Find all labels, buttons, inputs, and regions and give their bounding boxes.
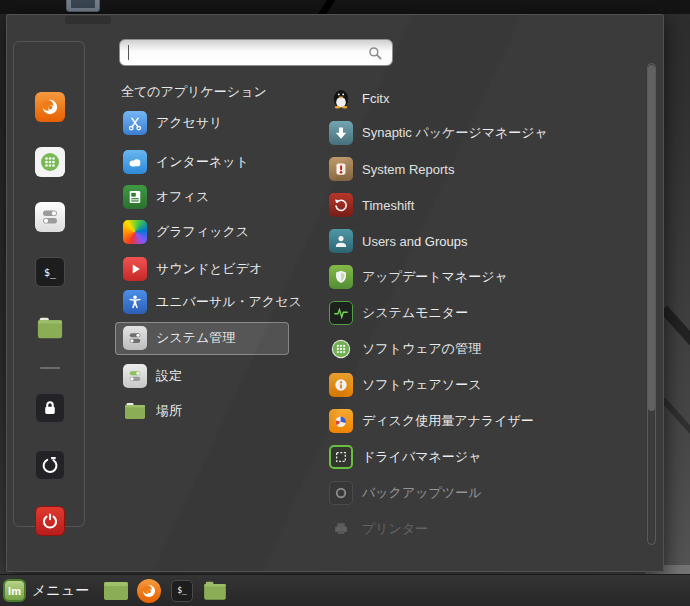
software-manager-icon bbox=[35, 147, 65, 177]
app-backup-tool[interactable]: バックアップツール bbox=[329, 479, 481, 507]
category-internet[interactable]: インターネット bbox=[123, 148, 249, 176]
desktop-computer-icon[interactable] bbox=[66, 0, 100, 12]
app-label: アップデートマネージャ bbox=[362, 268, 508, 286]
favorite-terminal-button[interactable]: $_ bbox=[30, 252, 70, 292]
lock-screen-button[interactable] bbox=[30, 388, 70, 428]
favorite-system-settings-button[interactable] bbox=[30, 197, 70, 237]
logout-icon bbox=[35, 450, 65, 480]
applications-scrollbar-thumb[interactable] bbox=[648, 65, 655, 411]
applications-menu: $_ 全てのアプリケーション bbox=[6, 14, 664, 572]
firefox-icon bbox=[35, 92, 65, 122]
app-label: ドライバマネージャ bbox=[362, 448, 481, 466]
category-label: ユニバーサル・アクセス bbox=[156, 293, 302, 311]
app-fcitx[interactable]: Fcitx bbox=[329, 84, 389, 112]
search-icon bbox=[366, 44, 384, 62]
app-software-manager[interactable]: ソフトウェアの管理 bbox=[329, 335, 481, 363]
terminal-icon: $_ bbox=[35, 257, 65, 287]
disk-usage-analyzer-icon bbox=[329, 409, 353, 433]
universal-access-icon bbox=[123, 290, 147, 314]
wallpaper-facet bbox=[661, 398, 690, 469]
category-label: 場所 bbox=[156, 402, 182, 420]
category-label: 設定 bbox=[156, 367, 182, 385]
internet-icon bbox=[123, 150, 147, 174]
app-label: Timeshift bbox=[362, 198, 414, 213]
preferences-icon bbox=[123, 364, 147, 388]
app-label: Users and Groups bbox=[362, 234, 468, 249]
shutdown-button[interactable] bbox=[30, 501, 70, 541]
text-cursor bbox=[128, 45, 129, 60]
update-manager-shield-icon bbox=[329, 265, 353, 289]
backup-tool-icon bbox=[329, 481, 353, 505]
show-desktop-button[interactable] bbox=[102, 577, 130, 605]
app-label: Synaptic パッケージマネージャ bbox=[362, 124, 548, 142]
app-label: システムモニター bbox=[362, 304, 468, 322]
terminal-icon: $_ bbox=[171, 580, 193, 602]
favorite-firefox-button[interactable] bbox=[30, 87, 70, 127]
category-office[interactable]: オフィス bbox=[123, 183, 209, 211]
app-users-and-groups[interactable]: Users and Groups bbox=[329, 227, 468, 255]
software-manager-icon bbox=[329, 337, 353, 361]
category-places[interactable]: 場所 bbox=[123, 397, 182, 425]
lock-icon bbox=[35, 393, 65, 423]
system-settings-icon bbox=[35, 202, 65, 232]
show-desktop-icon bbox=[103, 580, 129, 602]
fcitx-penguin-icon bbox=[329, 86, 353, 110]
app-label: バックアップツール bbox=[362, 484, 481, 502]
files-folder-icon bbox=[202, 580, 228, 602]
office-icon bbox=[123, 185, 147, 209]
panel-menu-label: メニュー bbox=[32, 582, 89, 600]
app-label: ディスク使用量アナライザー bbox=[362, 412, 534, 430]
app-label: ソフトウェアの管理 bbox=[362, 340, 481, 358]
app-system-monitor[interactable]: システムモニター bbox=[329, 299, 468, 327]
system-monitor-icon bbox=[329, 301, 353, 325]
panel-menu-button[interactable]: lm メニュー bbox=[0, 575, 97, 606]
app-system-reports[interactable]: System Reports bbox=[329, 155, 454, 183]
firefox-launcher[interactable] bbox=[135, 577, 163, 605]
app-printers[interactable]: プリンター bbox=[329, 515, 428, 543]
category-preferences[interactable]: 設定 bbox=[123, 362, 182, 390]
app-timeshift[interactable]: Timeshift bbox=[329, 191, 414, 219]
search-box[interactable] bbox=[119, 39, 393, 66]
software-sources-icon bbox=[329, 373, 353, 397]
desktop-icon-label-showthrough bbox=[65, 16, 111, 24]
category-graphics[interactable]: グラフィックス bbox=[123, 218, 249, 246]
terminal-launcher[interactable]: $_ bbox=[168, 577, 196, 605]
favorite-files-button[interactable] bbox=[30, 308, 70, 348]
wallpaper-facet bbox=[660, 306, 690, 365]
synaptic-package-manager-icon bbox=[329, 121, 353, 145]
users-and-groups-icon bbox=[329, 229, 353, 253]
app-label: Fcitx bbox=[362, 91, 389, 106]
files-launcher[interactable] bbox=[201, 577, 229, 605]
category-all-applications[interactable]: 全てのアプリケーション bbox=[121, 83, 267, 101]
category-accessories[interactable]: アクセサリ bbox=[123, 109, 223, 137]
category-administration[interactable]: システム管理 bbox=[123, 324, 235, 352]
applications-scrollbar-track[interactable] bbox=[647, 63, 656, 545]
app-software-sources[interactable]: ソフトウェアソース bbox=[329, 371, 481, 399]
bottom-panel: lm メニュー $_ bbox=[0, 574, 690, 606]
shutdown-icon bbox=[35, 506, 65, 536]
category-universal-access[interactable]: ユニバーサル・アクセス bbox=[123, 288, 302, 316]
app-driver-manager[interactable]: ドライバマネージャ bbox=[329, 443, 481, 471]
desktop-computer-icon-screen bbox=[71, 0, 95, 8]
firefox-icon bbox=[137, 579, 161, 603]
category-label: グラフィックス bbox=[156, 223, 249, 241]
favorite-software-manager-button[interactable] bbox=[30, 142, 70, 182]
wallpaper-diagonal-line bbox=[315, 0, 337, 14]
app-update-manager[interactable]: アップデートマネージャ bbox=[329, 263, 508, 291]
favorites-sidebar: $_ bbox=[13, 41, 85, 527]
app-label: プリンター bbox=[362, 520, 428, 538]
places-icon bbox=[123, 399, 147, 423]
app-synaptic[interactable]: Synaptic パッケージマネージャ bbox=[329, 119, 548, 147]
administration-icon bbox=[123, 326, 147, 350]
app-disk-usage-analyzer[interactable]: ディスク使用量アナライザー bbox=[329, 407, 534, 435]
app-label: System Reports bbox=[362, 162, 454, 177]
category-sound-video[interactable]: サウンドとビデオ bbox=[123, 255, 262, 283]
timeshift-icon bbox=[329, 193, 353, 217]
search-input[interactable] bbox=[131, 45, 366, 60]
app-label: ソフトウェアソース bbox=[362, 376, 481, 394]
category-label: オフィス bbox=[156, 188, 209, 206]
logout-button[interactable] bbox=[30, 445, 70, 485]
favorites-separator bbox=[40, 367, 60, 369]
files-folder-icon bbox=[34, 314, 66, 342]
driver-manager-icon bbox=[329, 445, 353, 469]
